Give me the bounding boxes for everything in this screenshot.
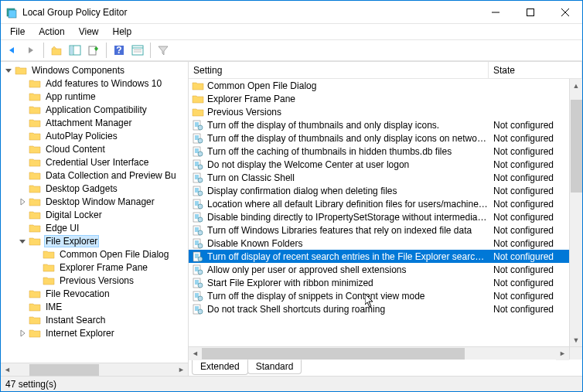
tree-twisty-icon[interactable]: [18, 197, 27, 206]
maximize-button[interactable]: [513, 1, 547, 24]
export-button[interactable]: [85, 42, 102, 59]
tree-twisty-icon[interactable]: [4, 66, 13, 75]
folder-icon: [29, 118, 41, 128]
tree-twisty-icon[interactable]: [32, 276, 41, 285]
tree-item[interactable]: Internet Explorer: [1, 326, 188, 339]
tree-item[interactable]: AutoPlay Policies: [1, 129, 188, 142]
tree-item[interactable]: Credential User Interface: [1, 155, 188, 169]
tree-item[interactable]: App runtime: [1, 90, 188, 103]
tree-item[interactable]: Explorer Frame Pane: [1, 261, 188, 274]
scroll-left-button[interactable]: ◄: [1, 363, 14, 377]
up-button[interactable]: [48, 42, 65, 59]
content-area: Windows ComponentsAdd features to Window…: [1, 61, 582, 376]
properties-button[interactable]: [129, 42, 146, 59]
tree-item[interactable]: Previous Versions: [1, 274, 188, 287]
list-row[interactable]: Allow only per user or approved shell ex…: [189, 263, 569, 276]
tree-item[interactable]: Desktop Gadgets: [1, 182, 188, 195]
cell-setting: Turn off Windows Libraries features that…: [207, 225, 489, 236]
scroll-up-button[interactable]: ▲: [570, 79, 582, 92]
tree-twisty-icon[interactable]: [18, 145, 27, 154]
cell-state: Not configured: [489, 291, 554, 302]
list-row[interactable]: Location where all default Library defin…: [189, 197, 569, 210]
tree-item[interactable]: File Revocation: [1, 287, 188, 300]
tree-twisty-icon[interactable]: [18, 184, 27, 193]
filter-button[interactable]: [155, 42, 172, 59]
column-setting[interactable]: Setting: [189, 62, 489, 78]
tree-item[interactable]: Add features to Windows 10: [1, 77, 188, 90]
list-row[interactable]: Turn off display of recent search entrie…: [189, 250, 569, 263]
scroll-right-button[interactable]: ►: [556, 347, 569, 360]
list-row[interactable]: Common Open File Dialog: [189, 79, 569, 92]
tree-twisty-icon[interactable]: [18, 289, 27, 298]
tree-twisty-icon[interactable]: [32, 250, 41, 259]
scroll-down-button[interactable]: ▼: [570, 333, 582, 346]
list-row[interactable]: Display confirmation dialog when deletin…: [189, 184, 569, 197]
list-row[interactable]: Turn on Classic ShellNot configured: [189, 171, 569, 184]
show-hide-tree-button[interactable]: [66, 42, 84, 59]
tree-twisty-icon[interactable]: [18, 302, 27, 312]
tree-item-label: Internet Explorer: [44, 328, 116, 339]
tree-twisty-icon[interactable]: [18, 131, 27, 141]
tab-standard[interactable]: Standard: [247, 360, 302, 374]
minimize-button[interactable]: [478, 1, 513, 24]
tree-twisty-icon[interactable]: [18, 79, 27, 88]
tree-item[interactable]: Desktop Window Manager: [1, 195, 188, 208]
tree-twisty-icon[interactable]: [18, 223, 27, 233]
scroll-right-button[interactable]: ►: [175, 363, 188, 377]
close-button[interactable]: [547, 1, 582, 24]
scroll-thumb[interactable]: [571, 100, 582, 193]
tree-body[interactable]: Windows ComponentsAdd features to Window…: [1, 62, 188, 363]
detail-horizontal-scrollbar[interactable]: ◄ ►: [189, 346, 569, 360]
list-row[interactable]: Turn off the display of snippets in Cont…: [189, 289, 569, 302]
tree-twisty-icon[interactable]: [32, 263, 41, 272]
tree-twisty-icon[interactable]: [18, 171, 27, 180]
tree-item[interactable]: Attachment Manager: [1, 116, 188, 129]
list-row[interactable]: Explorer Frame Pane: [189, 92, 569, 105]
menu-action[interactable]: Action: [32, 25, 70, 39]
list-row[interactable]: Turn off the display of thumbnails and o…: [189, 131, 569, 145]
tab-extended[interactable]: Extended: [192, 360, 248, 375]
list-row[interactable]: Turn off Windows Libraries features that…: [189, 223, 569, 237]
list-row[interactable]: Do not track Shell shortcuts during roam…: [189, 302, 569, 315]
list-row[interactable]: Previous Versions: [189, 105, 569, 118]
tree-item[interactable]: Application Compatibility: [1, 103, 188, 116]
detail-list[interactable]: Common Open File DialogExplorer Frame Pa…: [189, 79, 569, 346]
tree-twisty-icon[interactable]: [18, 158, 27, 167]
column-state[interactable]: State: [489, 62, 582, 78]
list-row[interactable]: Turn off the caching of thumbnails in hi…: [189, 145, 569, 158]
tree-item[interactable]: Digital Locker: [1, 208, 188, 221]
scroll-thumb[interactable]: [29, 364, 99, 376]
tree-item[interactable]: Common Open File Dialog: [1, 247, 188, 261]
scroll-thumb[interactable]: [202, 348, 465, 360]
tree-twisty-icon[interactable]: [18, 118, 27, 128]
tree-item[interactable]: Windows Components: [1, 63, 188, 77]
menu-file[interactable]: File: [4, 25, 31, 39]
menu-help[interactable]: Help: [107, 25, 138, 39]
tree-twisty-icon[interactable]: [18, 329, 27, 338]
tree-item[interactable]: Instant Search: [1, 313, 188, 326]
tree-twisty-icon[interactable]: [18, 92, 27, 101]
list-row[interactable]: Disable binding directly to IPropertySet…: [189, 210, 569, 223]
vertical-scrollbar[interactable]: ▲ ▼: [569, 79, 582, 346]
list-row[interactable]: Disable Known FoldersNot configured: [189, 237, 569, 250]
list-row[interactable]: Turn off the display of thumbnails and o…: [189, 118, 569, 131]
menu-view[interactable]: View: [73, 25, 105, 39]
scroll-left-button[interactable]: ◄: [189, 347, 202, 360]
help-button[interactable]: ?: [111, 42, 128, 59]
tree-twisty-icon[interactable]: [18, 237, 27, 246]
forward-button[interactable]: [22, 42, 39, 59]
tree-item[interactable]: Data Collection and Preview Bu: [1, 169, 188, 182]
tree-item[interactable]: File Explorer: [1, 234, 188, 247]
tree-horizontal-scrollbar[interactable]: ◄ ►: [1, 363, 188, 376]
tree-item-label: Common Open File Dialog: [58, 249, 170, 260]
back-button[interactable]: [4, 42, 21, 59]
tree-item[interactable]: Edge UI: [1, 221, 188, 234]
folder-icon: [29, 315, 41, 326]
tree-twisty-icon[interactable]: [18, 315, 27, 325]
tree-twisty-icon[interactable]: [18, 105, 27, 114]
tree-item[interactable]: Cloud Content: [1, 142, 188, 155]
tree-item[interactable]: IME: [1, 300, 188, 313]
list-row[interactable]: Start File Explorer with ribbon minimize…: [189, 276, 569, 289]
tree-twisty-icon[interactable]: [18, 210, 27, 220]
list-row[interactable]: Do not display the Welcome Center at use…: [189, 158, 569, 171]
